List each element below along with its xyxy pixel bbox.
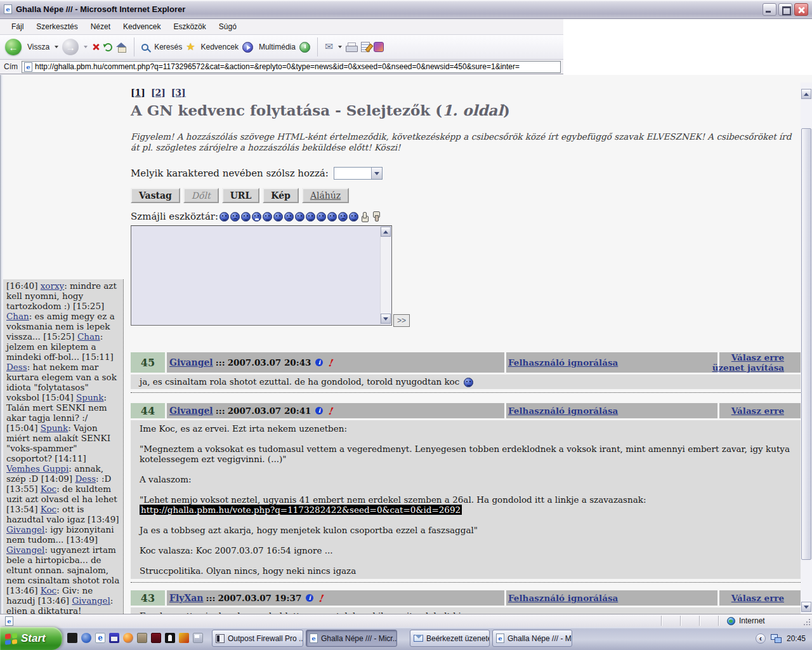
info-icon[interactable] — [306, 594, 313, 602]
back-icon[interactable]: ← — [5, 39, 22, 55]
page-link-3[interactable]: [3] — [171, 88, 186, 98]
start-button[interactable]: Start — [0, 627, 62, 650]
forward-dropdown-icon[interactable] — [84, 46, 88, 48]
back-label[interactable]: Vissza — [27, 43, 49, 51]
chat-username-link[interactable]: Chan — [77, 331, 100, 342]
address-input[interactable] — [35, 62, 558, 72]
smiley-icon[interactable] — [273, 212, 283, 222]
chat-username-link[interactable]: Givangel — [6, 545, 44, 555]
post-author-link[interactable]: Givangel — [169, 406, 213, 416]
stop-icon[interactable] — [91, 43, 100, 51]
internet-explorer-icon[interactable] — [95, 633, 105, 643]
scrollbar-thumb[interactable] — [801, 128, 811, 560]
black-app-icon[interactable] — [67, 633, 77, 643]
chat-username-link[interactable]: Givangel — [72, 595, 110, 606]
messenger-icon[interactable] — [374, 42, 384, 52]
mail-icon[interactable]: ✉ — [325, 42, 333, 52]
smiley-icon[interactable] — [295, 212, 304, 222]
chat-username-link[interactable]: xorxy — [41, 281, 64, 291]
menu-help[interactable]: Súgó — [213, 20, 243, 34]
floppy-app-icon[interactable] — [109, 633, 119, 643]
taskbar-button-ghalla-2[interactable]: Ghalla Népe /// - Micr... — [492, 630, 572, 647]
history-icon[interactable] — [299, 42, 310, 53]
reply-link[interactable]: Válasz erre — [731, 406, 784, 416]
info-icon[interactable] — [315, 359, 323, 366]
url-button[interactable]: URL — [222, 188, 260, 203]
post-author-link[interactable]: Givangel — [169, 357, 213, 368]
refresh-icon[interactable] — [104, 43, 112, 51]
favorites-star-icon[interactable]: ★ — [186, 42, 195, 52]
menu-view[interactable]: Nézet — [84, 20, 117, 34]
maximize-button[interactable] — [778, 3, 792, 16]
menu-edit[interactable]: Szerkesztés — [30, 20, 84, 34]
chat-username-link[interactable]: Koc — [41, 585, 56, 595]
smiley-icon[interactable] — [306, 212, 315, 222]
menu-tools[interactable]: Eszközök — [167, 20, 212, 34]
textarea-scrollbar[interactable] — [380, 227, 391, 324]
ignore-user-link[interactable]: Felhasználó ignorálása — [508, 357, 618, 368]
italic-button[interactable]: Dőlt — [183, 188, 219, 203]
chat-username-link[interactable]: Givangel — [6, 524, 44, 534]
network-icon[interactable] — [771, 634, 782, 643]
thumb-up-icon[interactable] — [360, 212, 370, 222]
reply-link[interactable]: Válasz erre — [731, 593, 784, 603]
minimize-button[interactable] — [763, 3, 776, 16]
back-dropdown-icon[interactable] — [55, 46, 58, 48]
smiley-icon[interactable] — [219, 212, 229, 222]
bold-button[interactable]: Vastag — [131, 188, 180, 203]
chat-username-link[interactable]: Dess — [75, 474, 96, 484]
smiley-sad-icon[interactable] — [338, 212, 348, 222]
media-label[interactable]: Multimédia — [259, 43, 296, 51]
scroll-up-icon[interactable] — [381, 227, 391, 237]
menu-file[interactable]: Fájl — [5, 20, 30, 34]
submit-button[interactable]: >> — [393, 314, 410, 327]
smiley-icon[interactable] — [327, 212, 337, 222]
camera-app-icon[interactable] — [137, 633, 147, 643]
media-player-icon[interactable] — [123, 633, 133, 643]
scrollbar-down-button[interactable] — [801, 602, 811, 612]
reply-link[interactable]: Válasz erre — [731, 352, 784, 362]
underline-button[interactable]: Aláhúz — [302, 188, 349, 203]
chat-username-link[interactable]: Chan — [6, 311, 29, 321]
chat-username-link[interactable]: Vemhes Guppi — [6, 463, 69, 474]
menu-favorites[interactable]: Kedvencek — [117, 20, 167, 34]
home-icon[interactable] — [116, 43, 127, 52]
chat-username-link[interactable]: Koc — [41, 484, 56, 494]
scroll-down-icon[interactable] — [381, 314, 391, 324]
page-link-2[interactable]: [2] — [151, 88, 166, 98]
thumb-down-icon[interactable] — [372, 212, 381, 222]
tray-chevron-icon[interactable] — [756, 633, 766, 644]
character-select[interactable] — [334, 167, 383, 180]
smiley-icon[interactable] — [317, 212, 326, 222]
taskbar-button-inbox[interactable]: Beérkezett üzenetek ... — [410, 630, 490, 647]
address-field[interactable] — [22, 61, 561, 73]
chat-username-link[interactable]: Koc — [41, 504, 56, 514]
highlighted-vote-link[interactable]: http://ghalla.pbm.hu/vote.php?q=11732824… — [140, 505, 462, 515]
smiley-icon[interactable] — [349, 212, 358, 222]
winamp-app-icon[interactable] — [179, 633, 189, 643]
comment-textarea[interactable] — [131, 225, 392, 326]
swirl-app-icon[interactable] — [81, 633, 91, 643]
chevron-down-icon[interactable] — [371, 168, 382, 179]
taskbar-button-ghalla-active[interactable]: Ghalla Népe /// - Micr... — [306, 630, 397, 647]
chat-username-link[interactable]: Spunk — [41, 423, 68, 433]
resize-grip[interactable] — [809, 624, 810, 625]
image-button[interactable]: Kép — [263, 188, 299, 203]
red-app-icon[interactable] — [151, 633, 161, 643]
info-icon[interactable] — [315, 407, 323, 415]
print-icon[interactable] — [346, 43, 357, 52]
ignore-user-link[interactable]: Felhasználó ignorálása — [508, 593, 618, 603]
show-desktop-icon[interactable] — [193, 633, 203, 643]
smiley-icon[interactable] — [263, 212, 272, 222]
smiley-sad-icon[interactable] — [284, 212, 294, 222]
page-scrollbar[interactable] — [801, 83, 812, 614]
taskbar-button-outpost[interactable]: Outpost Firewall Pro ... — [212, 630, 303, 647]
close-button[interactable] — [794, 3, 808, 16]
figure-app-icon[interactable] — [165, 633, 175, 643]
post-author-link[interactable]: FlyXan — [169, 593, 204, 603]
forward-icon[interactable]: → — [62, 39, 79, 55]
ignore-user-link[interactable]: Felhasználó ignorálása — [508, 406, 618, 416]
smiley-icon[interactable] — [241, 212, 251, 222]
mail-dropdown-icon[interactable] — [338, 46, 342, 48]
edit-message-link[interactable]: üzenet javítása — [712, 362, 784, 373]
